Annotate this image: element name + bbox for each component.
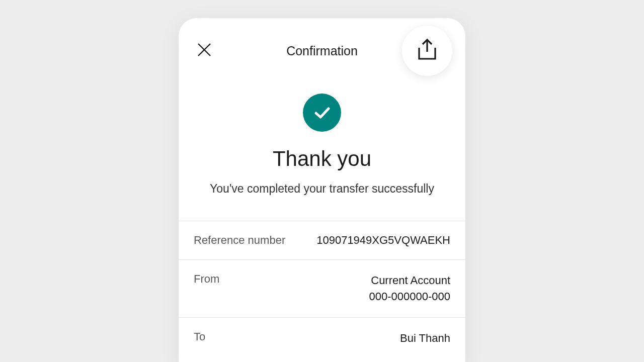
- share-icon: [414, 37, 440, 65]
- detail-label: From: [194, 273, 219, 286]
- detail-row-from: From Current Account 000-000000-000: [179, 260, 465, 318]
- detail-row-to: To Bui Thanh: [179, 318, 465, 359]
- success-subtitle: You've completed your transfer successfu…: [194, 182, 450, 196]
- success-check-icon: [303, 94, 341, 132]
- header: Confirmation: [179, 18, 465, 83]
- confirmation-card: Confirmation Thank you You've completed …: [179, 18, 465, 362]
- detail-label: Reference number: [194, 234, 285, 247]
- from-account-name: Current Account: [369, 273, 450, 289]
- success-section: Thank you You've completed your transfer…: [179, 83, 465, 221]
- detail-value: Current Account 000-000000-000: [369, 273, 450, 305]
- detail-label: To: [194, 330, 205, 343]
- detail-row-reference: Reference number 109071949XG5VQWAEKH: [179, 221, 465, 260]
- detail-value: 109071949XG5VQWAEKH: [316, 234, 450, 247]
- close-button[interactable]: [196, 42, 213, 59]
- detail-value: Bui Thanh: [400, 330, 450, 346]
- thank-you-title: Thank you: [194, 147, 450, 171]
- page-title: Confirmation: [286, 44, 358, 58]
- details-list: Reference number 109071949XG5VQWAEKH Fro…: [179, 221, 465, 359]
- to-recipient-name: Bui Thanh: [400, 330, 450, 346]
- close-icon: [197, 42, 212, 59]
- share-button[interactable]: [402, 26, 452, 76]
- from-account-number: 000-000000-000: [369, 289, 450, 305]
